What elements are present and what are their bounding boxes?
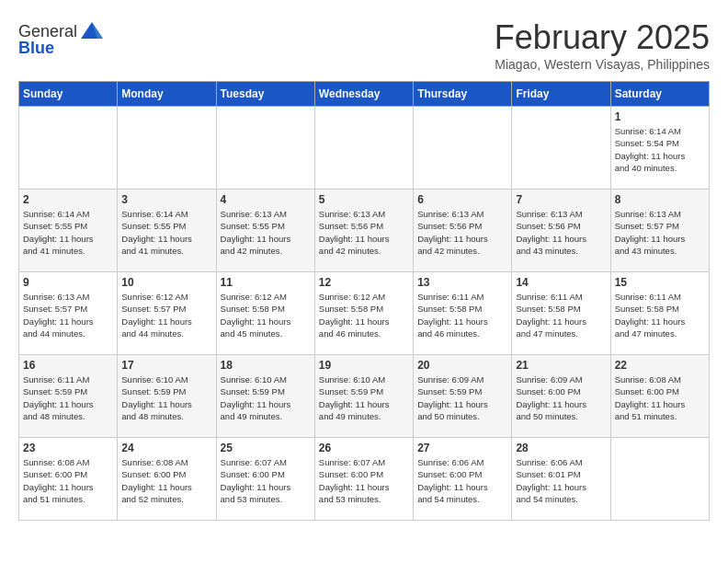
day-info: Sunrise: 6:11 AM Sunset: 5:58 PM Dayligh… [516,291,606,339]
day-number: 6 [417,193,507,206]
day-number: 8 [615,193,705,206]
day-number: 10 [121,276,211,289]
calendar-cell: 21Sunrise: 6:09 AM Sunset: 6:00 PM Dayli… [512,355,610,438]
calendar-title: February 2025 [495,18,710,57]
calendar-cell: 8Sunrise: 6:13 AM Sunset: 5:57 PM Daylig… [610,190,709,272]
week-row-1: 1Sunrise: 6:14 AM Sunset: 5:54 PM Daylig… [19,107,710,190]
day-info: Sunrise: 6:08 AM Sunset: 6:00 PM Dayligh… [121,456,211,505]
day-info: Sunrise: 6:10 AM Sunset: 5:59 PM Dayligh… [221,373,311,422]
day-info: Sunrise: 6:13 AM Sunset: 5:57 PM Dayligh… [615,208,705,257]
logo: General Blue [18,18,105,58]
calendar-cell: 28Sunrise: 6:06 AM Sunset: 6:01 PM Dayli… [512,438,610,521]
title-section: February 2025 Miagao, Western Visayas, P… [495,18,710,72]
calendar-cell: 5Sunrise: 6:13 AM Sunset: 5:56 PM Daylig… [314,190,413,272]
calendar-cell: 25Sunrise: 6:07 AM Sunset: 6:00 PM Dayli… [216,438,314,521]
calendar-cell: 16Sunrise: 6:11 AM Sunset: 5:59 PM Dayli… [19,355,118,438]
week-row-5: 23Sunrise: 6:08 AM Sunset: 6:00 PM Dayli… [19,438,710,521]
calendar-cell: 18Sunrise: 6:10 AM Sunset: 5:59 PM Dayli… [216,355,314,438]
day-number: 7 [516,193,606,206]
calendar-cell: 20Sunrise: 6:09 AM Sunset: 5:59 PM Dayli… [414,355,512,438]
day-info: Sunrise: 6:13 AM Sunset: 5:56 PM Dayligh… [417,208,507,257]
day-number: 27 [417,442,507,454]
day-number: 9 [23,276,113,289]
calendar-cell: 3Sunrise: 6:14 AM Sunset: 5:55 PM Daylig… [118,190,216,272]
logo-blue: Blue [18,39,54,58]
day-number: 26 [319,442,409,454]
day-info: Sunrise: 6:11 AM Sunset: 5:58 PM Dayligh… [417,291,507,339]
calendar-cell: 24Sunrise: 6:08 AM Sunset: 6:00 PM Dayli… [118,438,216,521]
calendar-cell: 9Sunrise: 6:13 AM Sunset: 5:57 PM Daylig… [19,272,118,355]
day-number: 5 [319,193,409,206]
calendar-cell [314,107,413,190]
day-info: Sunrise: 6:13 AM Sunset: 5:56 PM Dayligh… [319,208,409,257]
calendar-cell: 4Sunrise: 6:13 AM Sunset: 5:55 PM Daylig… [216,190,314,272]
calendar-cell [118,107,216,190]
weekday-header-wednesday: Wednesday [314,82,413,107]
weekday-header-saturday: Saturday [610,82,709,107]
calendar-cell [19,107,118,190]
calendar-cell: 22Sunrise: 6:08 AM Sunset: 6:00 PM Dayli… [610,355,709,438]
calendar-cell [414,107,512,190]
calendar-cell: 1Sunrise: 6:14 AM Sunset: 5:54 PM Daylig… [610,107,709,190]
week-row-3: 9Sunrise: 6:13 AM Sunset: 5:57 PM Daylig… [19,272,710,355]
week-row-4: 16Sunrise: 6:11 AM Sunset: 5:59 PM Dayli… [19,355,710,438]
day-number: 12 [319,276,409,289]
day-number: 13 [417,276,507,289]
day-number: 16 [23,359,113,372]
day-info: Sunrise: 6:13 AM Sunset: 5:56 PM Dayligh… [516,208,606,257]
day-info: Sunrise: 6:07 AM Sunset: 6:00 PM Dayligh… [319,456,409,505]
day-info: Sunrise: 6:14 AM Sunset: 5:55 PM Dayligh… [23,208,113,257]
calendar-cell [610,438,709,521]
week-row-2: 2Sunrise: 6:14 AM Sunset: 5:55 PM Daylig… [19,190,710,272]
day-info: Sunrise: 6:13 AM Sunset: 5:55 PM Dayligh… [221,208,311,257]
calendar-cell: 6Sunrise: 6:13 AM Sunset: 5:56 PM Daylig… [414,190,512,272]
day-info: Sunrise: 6:13 AM Sunset: 5:57 PM Dayligh… [23,291,113,339]
logo-icon [79,18,105,44]
weekday-header-tuesday: Tuesday [216,82,314,107]
calendar-cell: 2Sunrise: 6:14 AM Sunset: 5:55 PM Daylig… [19,190,118,272]
day-info: Sunrise: 6:07 AM Sunset: 6:00 PM Dayligh… [221,456,311,505]
calendar-cell: 14Sunrise: 6:11 AM Sunset: 5:58 PM Dayli… [512,272,610,355]
day-info: Sunrise: 6:06 AM Sunset: 6:01 PM Dayligh… [516,456,606,505]
day-info: Sunrise: 6:12 AM Sunset: 5:58 PM Dayligh… [221,291,311,339]
day-info: Sunrise: 6:10 AM Sunset: 5:59 PM Dayligh… [319,373,409,422]
day-info: Sunrise: 6:14 AM Sunset: 5:55 PM Dayligh… [121,208,211,257]
weekday-header-friday: Friday [512,82,610,107]
day-info: Sunrise: 6:11 AM Sunset: 5:59 PM Dayligh… [23,373,113,422]
day-number: 2 [23,193,113,206]
day-number: 22 [615,359,705,372]
day-info: Sunrise: 6:09 AM Sunset: 5:59 PM Dayligh… [417,373,507,422]
calendar-cell: 12Sunrise: 6:12 AM Sunset: 5:58 PM Dayli… [314,272,413,355]
calendar-cell: 13Sunrise: 6:11 AM Sunset: 5:58 PM Dayli… [414,272,512,355]
calendar-cell: 23Sunrise: 6:08 AM Sunset: 6:00 PM Dayli… [19,438,118,521]
day-number: 28 [516,442,606,454]
day-number: 11 [221,276,311,289]
day-number: 14 [516,276,606,289]
day-number: 24 [121,442,211,454]
day-info: Sunrise: 6:06 AM Sunset: 6:00 PM Dayligh… [417,456,507,505]
weekday-header-monday: Monday [118,82,216,107]
day-number: 21 [516,359,606,372]
calendar-cell: 7Sunrise: 6:13 AM Sunset: 5:56 PM Daylig… [512,190,610,272]
day-number: 20 [417,359,507,372]
calendar-cell: 26Sunrise: 6:07 AM Sunset: 6:00 PM Dayli… [314,438,413,521]
calendar-cell: 15Sunrise: 6:11 AM Sunset: 5:58 PM Dayli… [610,272,709,355]
day-number: 4 [221,193,311,206]
calendar-cell: 10Sunrise: 6:12 AM Sunset: 5:57 PM Dayli… [118,272,216,355]
weekday-header-row: SundayMondayTuesdayWednesdayThursdayFrid… [19,82,710,107]
day-info: Sunrise: 6:10 AM Sunset: 5:59 PM Dayligh… [121,373,211,422]
day-info: Sunrise: 6:11 AM Sunset: 5:58 PM Dayligh… [615,291,705,339]
day-info: Sunrise: 6:08 AM Sunset: 6:00 PM Dayligh… [23,456,113,505]
day-number: 17 [121,359,211,372]
calendar-cell: 19Sunrise: 6:10 AM Sunset: 5:59 PM Dayli… [314,355,413,438]
calendar-table: SundayMondayTuesdayWednesdayThursdayFrid… [18,81,710,521]
calendar-cell [512,107,610,190]
day-number: 23 [23,442,113,454]
day-number: 19 [319,359,409,372]
calendar-subtitle: Miagao, Western Visayas, Philippines [495,57,710,72]
day-info: Sunrise: 6:12 AM Sunset: 5:57 PM Dayligh… [121,291,211,339]
page-header: General Blue February 2025 Miagao, Weste… [18,18,710,72]
calendar-cell: 11Sunrise: 6:12 AM Sunset: 5:58 PM Dayli… [216,272,314,355]
day-number: 15 [615,276,705,289]
day-number: 3 [121,193,211,206]
